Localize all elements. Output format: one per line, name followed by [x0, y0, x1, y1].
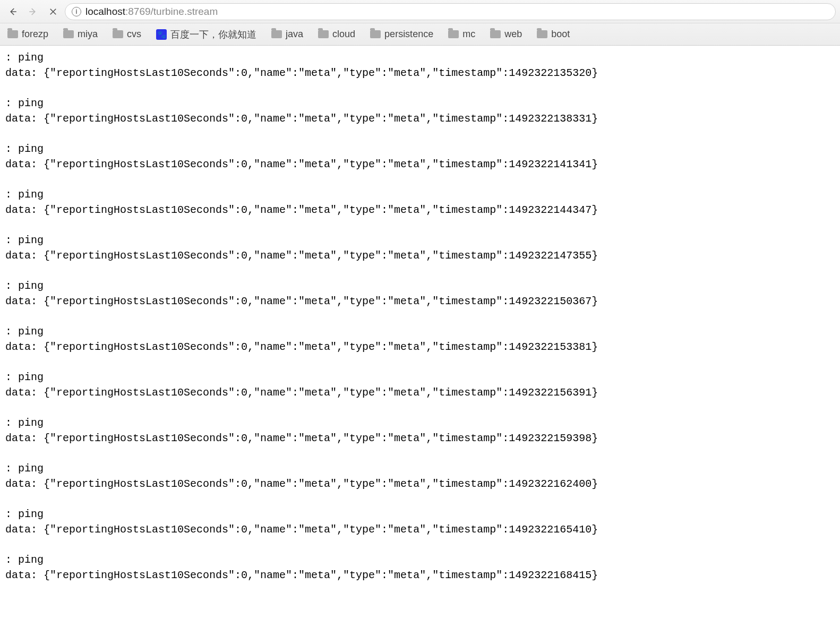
- close-icon: [48, 7, 58, 16]
- bookmark-mc[interactable]: mc: [448, 29, 475, 40]
- url-text: localhost:8769/turbine.stream: [85, 6, 218, 18]
- stream-ping-line: : ping: [5, 187, 835, 202]
- stream-block: : pingdata: {"reportingHostsLast10Second…: [5, 96, 835, 126]
- stream-data-line: data: {"reportingHostsLast10Seconds":0,"…: [5, 111, 835, 126]
- stream-data-line: data: {"reportingHostsLast10Seconds":0,"…: [5, 157, 835, 172]
- bookmark-label: cloud: [332, 29, 355, 40]
- stream-data-line: data: {"reportingHostsLast10Seconds":0,"…: [5, 248, 835, 263]
- stream-data-line: data: {"reportingHostsLast10Seconds":0,"…: [5, 202, 835, 218]
- stream-data-line: data: {"reportingHostsLast10Seconds":0,"…: [5, 339, 835, 355]
- page-content: : pingdata: {"reportingHostsLast10Second…: [0, 46, 840, 587]
- folder-icon: [318, 30, 329, 38]
- bookmark-java[interactable]: java: [271, 29, 303, 40]
- bookmark-label: mc: [462, 29, 475, 40]
- stream-ping-line: : ping: [5, 141, 835, 157]
- arrow-right-icon: [28, 7, 38, 16]
- bookmark-label: cvs: [127, 29, 141, 40]
- stream-data-line: data: {"reportingHostsLast10Seconds":0,"…: [5, 385, 835, 400]
- stream-block: : pingdata: {"reportingHostsLast10Second…: [5, 324, 835, 355]
- bookmark-baidu[interactable]: 🐾 百度一下，你就知道: [156, 28, 256, 41]
- bookmark-web[interactable]: web: [490, 29, 522, 40]
- stream-block: : pingdata: {"reportingHostsLast10Second…: [5, 187, 835, 218]
- folder-icon: [490, 30, 501, 38]
- stream-block: : pingdata: {"reportingHostsLast10Second…: [5, 552, 835, 583]
- bookmark-label: boot: [551, 29, 570, 40]
- bookmark-miya[interactable]: miya: [63, 29, 98, 40]
- bookmark-cvs[interactable]: cvs: [113, 29, 141, 40]
- arrow-left-icon: [8, 7, 18, 16]
- site-info-icon[interactable]: i: [72, 7, 81, 16]
- stream-ping-line: : ping: [5, 278, 835, 294]
- stream-data-line: data: {"reportingHostsLast10Seconds":0,"…: [5, 431, 835, 446]
- bookmark-label: miya: [78, 29, 98, 40]
- stream-block: : pingdata: {"reportingHostsLast10Second…: [5, 50, 835, 81]
- stream-ping-line: : ping: [5, 369, 835, 385]
- bookmark-label: 百度一下，你就知道: [170, 28, 256, 41]
- bookmark-boot[interactable]: boot: [537, 29, 570, 40]
- bookmarks-bar: forezp miya cvs 🐾 百度一下，你就知道 java cloud p…: [0, 23, 840, 46]
- stream-ping-line: : ping: [5, 461, 835, 476]
- stream-data-line: data: {"reportingHostsLast10Seconds":0,"…: [5, 65, 835, 81]
- stop-button[interactable]: [45, 3, 62, 20]
- folder-icon: [113, 30, 123, 38]
- stream-block: : pingdata: {"reportingHostsLast10Second…: [5, 141, 835, 172]
- folder-icon: [271, 30, 282, 38]
- forward-button[interactable]: [24, 3, 41, 20]
- bookmark-forezp[interactable]: forezp: [7, 29, 48, 40]
- bookmark-label: forezp: [22, 29, 48, 40]
- folder-icon: [370, 30, 381, 38]
- bookmark-label: web: [504, 29, 522, 40]
- baidu-icon: 🐾: [156, 29, 167, 40]
- stream-block: : pingdata: {"reportingHostsLast10Second…: [5, 233, 835, 263]
- stream-data-line: data: {"reportingHostsLast10Seconds":0,"…: [5, 568, 835, 583]
- bookmark-cloud[interactable]: cloud: [318, 29, 355, 40]
- bookmark-persistence[interactable]: persistence: [370, 29, 433, 40]
- stream-block: : pingdata: {"reportingHostsLast10Second…: [5, 506, 835, 537]
- stream-data-line: data: {"reportingHostsLast10Seconds":0,"…: [5, 522, 835, 537]
- browser-toolbar: i localhost:8769/turbine.stream: [0, 0, 840, 23]
- stream-data-line: data: {"reportingHostsLast10Seconds":0,"…: [5, 294, 835, 309]
- stream-block: : pingdata: {"reportingHostsLast10Second…: [5, 415, 835, 446]
- url-path: :8769/turbine.stream: [125, 6, 218, 17]
- url-host: localhost: [85, 6, 125, 17]
- bookmark-label: java: [286, 29, 303, 40]
- back-button[interactable]: [4, 3, 21, 20]
- address-bar[interactable]: i localhost:8769/turbine.stream: [65, 3, 836, 20]
- folder-icon: [63, 30, 74, 38]
- stream-ping-line: : ping: [5, 324, 835, 339]
- stream-ping-line: : ping: [5, 50, 835, 65]
- stream-ping-line: : ping: [5, 96, 835, 111]
- folder-icon: [537, 30, 547, 38]
- stream-ping-line: : ping: [5, 233, 835, 248]
- stream-block: : pingdata: {"reportingHostsLast10Second…: [5, 461, 835, 492]
- stream-ping-line: : ping: [5, 415, 835, 431]
- folder-icon: [7, 30, 18, 38]
- stream-block: : pingdata: {"reportingHostsLast10Second…: [5, 369, 835, 400]
- stream-ping-line: : ping: [5, 506, 835, 522]
- stream-ping-line: : ping: [5, 552, 835, 568]
- stream-block: : pingdata: {"reportingHostsLast10Second…: [5, 278, 835, 309]
- bookmark-label: persistence: [384, 29, 433, 40]
- folder-icon: [448, 30, 459, 38]
- stream-data-line: data: {"reportingHostsLast10Seconds":0,"…: [5, 476, 835, 492]
